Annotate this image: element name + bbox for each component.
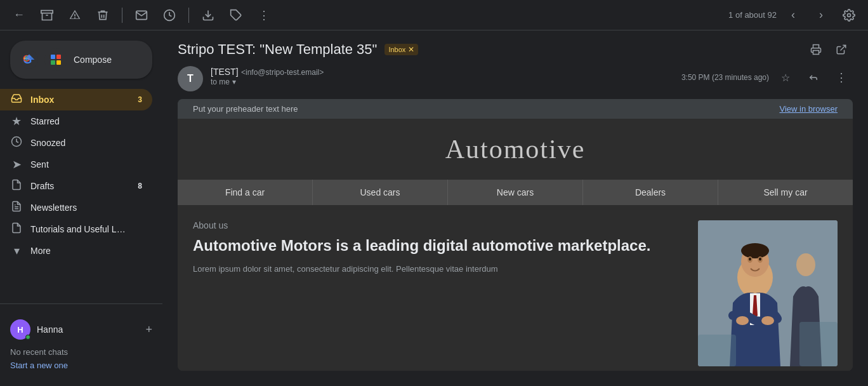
email-nav-dealers[interactable]: Dealers xyxy=(583,180,718,205)
svg-rect-19 xyxy=(813,51,819,55)
label-button[interactable] xyxy=(225,4,247,27)
svg-rect-34 xyxy=(698,335,736,366)
svg-point-31 xyxy=(749,258,751,261)
drafts-icon xyxy=(10,179,23,194)
about-heading: Automotive Motors is a leading digital a… xyxy=(193,236,683,255)
open-external-button[interactable] xyxy=(830,38,853,61)
inbox-tag-close[interactable]: ✕ xyxy=(408,45,414,54)
star-email-button[interactable]: ☆ xyxy=(774,66,797,89)
tutorials-label: Tutorials and Useful Lin... xyxy=(30,224,126,234)
svg-line-20 xyxy=(841,45,846,50)
inbox-badge: 3 xyxy=(138,95,142,104)
email-subject: Stripo TEST: "New Template 35" xyxy=(178,41,377,58)
more-actions-button[interactable]: ⋮ xyxy=(253,4,275,27)
email-area: Stripo TEST: "New Template 35" Inbox ✕ xyxy=(162,30,868,386)
reply-button[interactable] xyxy=(802,66,825,89)
email-time: 3:50 PM (23 minutes ago) ☆ ⋮ xyxy=(681,66,853,89)
email-meta: T [TEST] <info@stripo-test.email> to me … xyxy=(162,66,868,99)
sender-info: [TEST] <info@stripo-test.email> to me ▾ xyxy=(211,66,674,86)
about-body: Lorem ipsum dolor sit amet, consectetur … xyxy=(193,263,683,276)
email-timestamp: 3:50 PM (23 minutes ago) xyxy=(681,73,769,82)
chat-user: H Hanna + xyxy=(10,314,152,345)
sidebar-item-tutorials[interactable]: Tutorials and Useful Lin... xyxy=(0,218,152,240)
toolbar-right: 1 of about 92 ‹ › xyxy=(728,4,860,27)
email-nav-used-cars[interactable]: Used cars xyxy=(313,180,448,205)
separator-2 xyxy=(188,8,189,23)
starred-label: Starred xyxy=(30,116,60,126)
email-header-actions xyxy=(805,38,853,61)
newsletters-icon xyxy=(10,201,23,215)
svg-rect-15 xyxy=(56,60,61,65)
sidebar-item-inbox[interactable]: Inbox 3 xyxy=(0,89,152,110)
delete-button[interactable] xyxy=(91,4,114,27)
email-nav-find-a-car[interactable]: Find a car xyxy=(178,180,313,205)
automotive-logo: Automotive xyxy=(193,134,838,164)
archive-button[interactable] xyxy=(36,4,58,27)
sent-label: Sent xyxy=(30,159,49,170)
email-nav: Find a car Used cars New cars Dealers Se… xyxy=(178,180,853,205)
sent-icon: ➤ xyxy=(10,157,23,171)
email-subject-header: Stripo TEST: "New Template 35" Inbox ✕ xyxy=(162,30,868,66)
preheader-text: Put your preheader text here xyxy=(193,104,298,114)
to-me-label: to me xyxy=(211,77,230,86)
email-nav-new-cars[interactable]: New cars xyxy=(448,180,583,205)
inbox-tag: Inbox ✕ xyxy=(385,44,418,55)
view-in-browser-link[interactable]: View in browser xyxy=(779,104,838,114)
top-toolbar: ← ⋮ 1 of about 92 ‹ xyxy=(0,0,868,30)
mark-unread-button[interactable] xyxy=(130,4,153,27)
no-recent-chats: No recent chats xyxy=(10,345,152,359)
sidebar-item-snoozed[interactable]: Snoozed xyxy=(0,132,152,154)
avatar: H xyxy=(10,319,30,340)
report-button[interactable] xyxy=(63,4,86,27)
sidebar-item-sent[interactable]: ➤ Sent xyxy=(0,154,152,175)
sidebar-item-starred[interactable]: ★ Starred xyxy=(0,110,152,132)
svg-point-32 xyxy=(759,258,761,261)
email-counter: 1 of about 92 xyxy=(728,10,777,20)
drafts-badge: 8 xyxy=(138,182,142,190)
inbox-label: Inbox xyxy=(30,95,54,105)
snooze-button[interactable] xyxy=(158,4,181,27)
email-image xyxy=(698,220,838,366)
inbox-tag-label: Inbox xyxy=(388,46,405,53)
drafts-label: Drafts xyxy=(30,181,54,191)
svg-point-25 xyxy=(741,243,769,258)
about-label: About us xyxy=(193,220,683,230)
more-icon: ▾ xyxy=(10,244,23,258)
download-button[interactable] xyxy=(197,4,220,27)
email-more-button[interactable]: ⋮ xyxy=(830,66,853,89)
more-label: More xyxy=(30,246,51,256)
sidebar-item-newsletters[interactable]: Newsletters xyxy=(0,197,152,218)
email-text-column: About us Automotive Motors is a leading … xyxy=(193,220,683,366)
newsletters-label: Newsletters xyxy=(30,203,77,213)
back-button[interactable]: ← xyxy=(8,4,30,27)
compose-label: Compose xyxy=(74,55,112,65)
sidebar-item-drafts[interactable]: Drafts 8 xyxy=(0,175,152,197)
email-nav-sell-my-car[interactable]: Sell my car xyxy=(718,180,853,205)
svg-rect-14 xyxy=(51,60,55,65)
inbox-icon xyxy=(10,93,23,107)
email-body: Put your preheader text here View in bro… xyxy=(178,99,853,371)
print-button[interactable] xyxy=(805,38,827,61)
to-me[interactable]: to me ▾ xyxy=(211,77,674,86)
svg-rect-0 xyxy=(41,10,53,13)
automotive-header: Automotive xyxy=(178,119,853,180)
svg-rect-13 xyxy=(56,55,61,59)
sender-email: <info@stripo-test.email> xyxy=(241,68,324,77)
add-chat-button[interactable]: + xyxy=(145,323,152,336)
sender-name: [TEST] xyxy=(211,67,239,77)
chat-user-name: Hanna xyxy=(37,324,63,335)
snoozed-label: Snoozed xyxy=(30,138,65,148)
sidebar-item-more[interactable]: ▾ More xyxy=(0,240,152,262)
svg-rect-35 xyxy=(799,322,838,366)
email-image-column xyxy=(698,220,838,366)
next-email-button[interactable]: › xyxy=(810,4,832,27)
main-layout: G Compose xyxy=(0,30,868,386)
sender-avatar: T xyxy=(178,66,203,91)
to-me-chevron: ▾ xyxy=(232,77,236,86)
prev-email-button[interactable]: ‹ xyxy=(782,4,805,27)
separator-1 xyxy=(122,8,122,23)
svg-rect-12 xyxy=(51,55,55,59)
settings-button[interactable] xyxy=(838,4,860,27)
compose-button[interactable]: G Compose xyxy=(10,41,152,79)
start-new-chat-link[interactable]: Start a new one xyxy=(10,361,68,370)
